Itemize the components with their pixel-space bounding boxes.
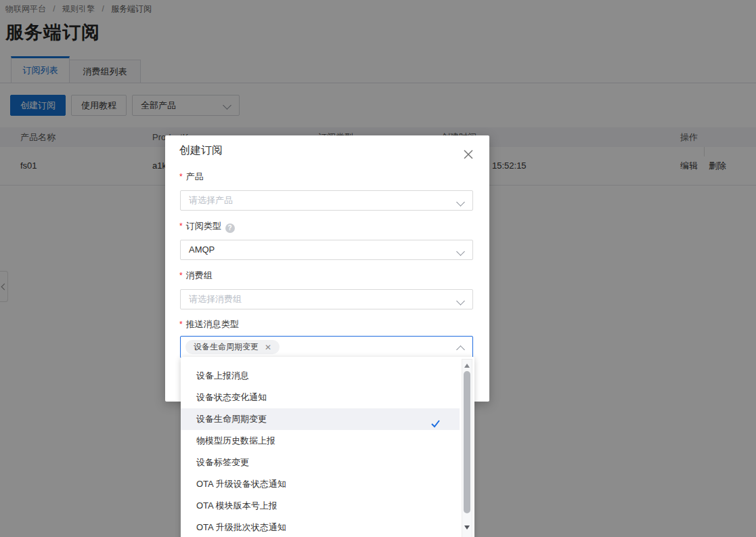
push-message-type-field-label: *推送消息类型 [179,318,239,330]
consumer-group-field-label: *消费组 [179,270,213,282]
dropdown-scrollbar[interactable] [462,359,472,537]
product-field-label: *产品 [179,171,204,183]
option-ota-device-status[interactable]: OTA 升级设备状态通知 [181,473,460,495]
close-icon[interactable] [462,148,474,160]
option-ota-module-version[interactable]: OTA 模块版本号上报 [181,495,460,517]
required-mark: * [179,320,183,329]
option-thing-model-history[interactable]: 物模型历史数据上报 [181,430,460,452]
tag-remove-icon[interactable]: ✕ [265,343,271,351]
modal-title: 创建订阅 [179,144,223,158]
option-device-lifecycle-change[interactable]: 设备生命周期变更 [181,408,460,430]
consumer-group-select[interactable]: 请选择消费组 [180,289,473,309]
option-device-report-message[interactable]: 设备上报消息 [181,365,460,387]
subscription-type-field-label: *订阅类型? [179,220,235,233]
scrollbar-thumb[interactable] [464,371,470,513]
option-ota-batch-status[interactable]: OTA 升级批次状态通知 [181,517,460,537]
required-mark: * [179,271,183,280]
iot-console-page: 物联网平台 / 规则引擎 / 服务端订阅 服务端订阅 订阅列表 消费组列表 创建… [0,0,756,537]
option-device-tag-change[interactable]: 设备标签变更 [181,452,460,473]
chevron-up-icon [456,345,465,354]
selected-tag-label: 设备生命周期变更 [194,341,259,353]
chevron-down-icon [456,297,465,305]
required-mark: * [179,172,183,181]
option-device-status-change[interactable]: 设备状态变化通知 [181,387,460,408]
scroll-down-arrow-icon[interactable] [464,525,470,530]
consumer-group-placeholder: 请选择消费组 [189,290,242,309]
question-circle-icon[interactable]: ? [225,223,235,233]
product-select[interactable]: 请选择产品 [180,190,473,211]
chevron-down-icon [456,247,465,256]
required-mark: * [179,221,183,231]
selected-tag: 设备生命周期变更 ✕ [185,340,280,354]
product-select-placeholder: 请选择产品 [189,191,233,210]
chevron-down-icon [456,198,465,207]
scroll-up-arrow-icon[interactable] [464,364,470,368]
push-message-type-multiselect[interactable]: 设备生命周期变更 ✕ [180,336,473,358]
subscription-type-value: AMQP [189,240,215,259]
subscription-type-select[interactable]: AMQP [180,240,473,260]
push-message-type-dropdown: 设备上报消息 设备状态变化通知 设备生命周期变更 物模型历史数据上报 设备标签变… [181,357,474,537]
